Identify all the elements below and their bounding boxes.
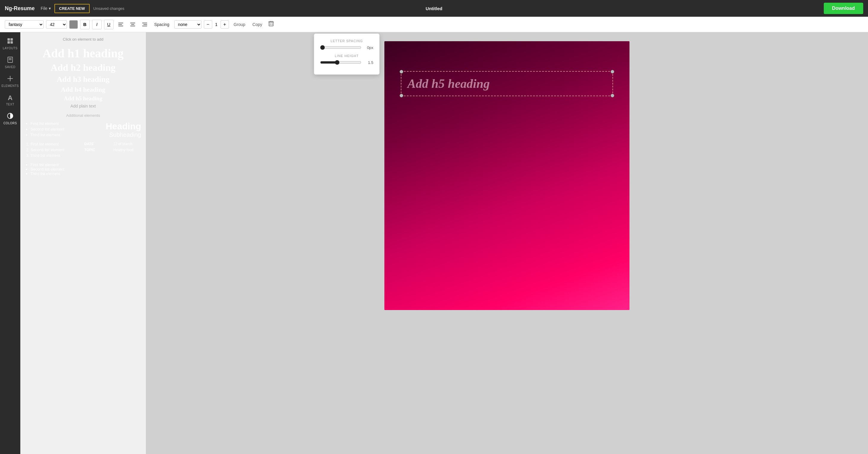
font-size-select[interactable]: 42 12 14 18 24 36 48 72 — [46, 20, 67, 29]
h3-heading-item[interactable]: Add h3 heading — [25, 75, 141, 84]
elements-grid: First list element Second list element T… — [25, 121, 141, 138]
text-icon: A — [8, 94, 12, 102]
square-list: First list element Second list element T… — [25, 162, 141, 176]
kv-value[interactable]: 12 of March — [113, 142, 141, 146]
svg-rect-16 — [10, 38, 13, 41]
group-button[interactable]: Group — [231, 21, 248, 28]
saved-label: SAVED — [5, 65, 16, 69]
sidebar-item-colors[interactable]: COLORS — [0, 110, 20, 127]
list-item[interactable]: Third list element — [30, 133, 82, 137]
additional-elements-label: Additional elements — [25, 113, 141, 118]
letter-spacing-row: 0px — [320, 45, 373, 50]
sidebar-item-text[interactable]: A TEXT — [0, 92, 20, 108]
svg-rect-21 — [9, 59, 12, 60]
letter-spacing-slider[interactable] — [320, 45, 361, 50]
colors-icon — [7, 112, 13, 121]
canvas-area[interactable]: Add h5 heading — [146, 32, 868, 454]
kv-keys: DATE TOPIC — [84, 142, 112, 152]
spacing-toggle[interactable]: Spacing — [152, 21, 172, 28]
list-item[interactable]: First list element — [30, 121, 82, 126]
align-right-button[interactable] — [140, 20, 150, 29]
svg-rect-17 — [7, 41, 10, 43]
elements-label: ELEMENTS — [1, 84, 19, 88]
h1-heading-item[interactable]: Add h1 heading — [25, 46, 141, 60]
toolbar: fantasy Arial Georgia Times New Roman 42… — [0, 17, 868, 32]
line-height-value: 1.5 — [364, 60, 373, 65]
counter-plus-button[interactable]: + — [221, 20, 229, 29]
plain-text-item[interactable]: Add plain text — [25, 104, 141, 108]
counter-controls: − 1 + — [204, 20, 229, 29]
top-nav: Ng-Resume File ▾ CREATE NEW Unsaved chan… — [0, 0, 868, 17]
sidebar-item-saved[interactable]: SAVED — [0, 54, 20, 71]
heading-element[interactable]: Heading — [106, 121, 141, 131]
color-picker-swatch[interactable] — [69, 20, 78, 29]
list-item[interactable]: First list element — [30, 142, 82, 147]
list-item[interactable]: Second list element — [30, 167, 141, 171]
kv-col: DATE TOPIC 12 of March Healthy food — [84, 142, 141, 159]
selected-element-text: Add h5 heading — [407, 77, 490, 91]
bold-button[interactable]: B — [80, 20, 90, 29]
resize-handle-tr[interactable] — [611, 70, 614, 73]
resize-handle-bl[interactable] — [400, 94, 403, 97]
colors-label: COLORS — [3, 122, 17, 125]
h4-heading-item[interactable]: Add h4 heading — [25, 86, 141, 94]
kv-values: 12 of March Healthy food — [113, 142, 141, 152]
sidebar-item-layouts[interactable]: LAYOUTS — [0, 35, 20, 52]
spacing-dropdown[interactable]: none compact normal loose — [174, 20, 202, 29]
delete-button[interactable] — [267, 20, 275, 29]
kv-value[interactable]: Healthy food — [113, 148, 141, 152]
line-height-label: LINE HEIGHT — [320, 54, 373, 58]
unsaved-label: Unsaved changes — [93, 6, 124, 11]
underline-button[interactable]: U — [104, 20, 114, 29]
copy-button[interactable]: Copy — [250, 21, 265, 28]
align-center-button[interactable] — [128, 20, 137, 29]
line-height-slider[interactable] — [320, 60, 361, 65]
spacing-popup: LETTER SPACING 0px LINE HEIGHT 1.5 — [314, 33, 380, 75]
list-item[interactable]: Third list element — [30, 171, 141, 176]
align-left-button[interactable] — [116, 20, 126, 29]
bullet-list-col: First list element Second list element T… — [25, 121, 82, 138]
h5-heading-item[interactable]: Add h5 heading — [25, 95, 141, 102]
download-button[interactable]: Download — [824, 3, 863, 14]
list-item[interactable]: First list element — [30, 162, 141, 167]
kv-key[interactable]: TOPIC — [84, 148, 112, 152]
layouts-icon — [7, 38, 13, 46]
selected-text-element[interactable]: Add h5 heading — [401, 71, 613, 96]
italic-button[interactable]: I — [92, 20, 102, 29]
numbered-list: First list element Second list element T… — [25, 142, 82, 158]
list-item[interactable]: Third list element — [30, 153, 82, 158]
saved-icon — [7, 57, 13, 65]
bullet-list: First list element Second list element T… — [25, 121, 82, 137]
file-menu[interactable]: File ▾ — [41, 6, 51, 11]
main-layout: LAYOUTS SAVED ELEMENTS A TEXT COLORS Cli… — [0, 32, 868, 454]
letter-spacing-value: 0px — [364, 45, 373, 50]
h2-heading-item[interactable]: Add h2 heading — [25, 62, 141, 73]
resize-handle-tl[interactable] — [400, 70, 403, 73]
svg-rect-20 — [9, 58, 12, 59]
create-new-button[interactable]: CREATE NEW — [54, 4, 90, 13]
svg-rect-9 — [269, 22, 273, 26]
list-item[interactable]: Second list element — [30, 148, 82, 152]
document-title: Untitled — [426, 6, 442, 11]
app-logo: Ng-Resume — [5, 5, 35, 12]
text-label: TEXT — [6, 103, 14, 106]
counter-minus-button[interactable]: − — [204, 20, 212, 29]
counter-value: 1 — [213, 22, 219, 27]
line-height-row: 1.5 — [320, 60, 373, 65]
svg-rect-15 — [7, 38, 10, 41]
svg-rect-18 — [10, 41, 13, 43]
layouts-label: LAYOUTS — [3, 46, 17, 50]
elements-icon — [7, 75, 13, 83]
panel-hint: Click on element to add — [25, 37, 141, 41]
letter-spacing-label: LETTER SPACING — [320, 39, 373, 43]
square-list-col: First list element Second list element T… — [25, 162, 141, 176]
list-item[interactable]: Second list element — [30, 127, 82, 131]
left-panel: Click on element to add Add h1 heading A… — [20, 32, 146, 454]
font-family-select[interactable]: fantasy Arial Georgia Times New Roman — [5, 20, 44, 29]
subheading-element[interactable]: Subheading — [109, 131, 141, 138]
numbered-list-col: First list element Second list element T… — [25, 142, 82, 159]
sidebar-item-elements[interactable]: ELEMENTS — [0, 73, 20, 90]
resize-handle-br[interactable] — [611, 94, 614, 97]
kv-key[interactable]: DATE — [84, 142, 112, 146]
heading-col: Heading Subheading — [84, 121, 141, 138]
